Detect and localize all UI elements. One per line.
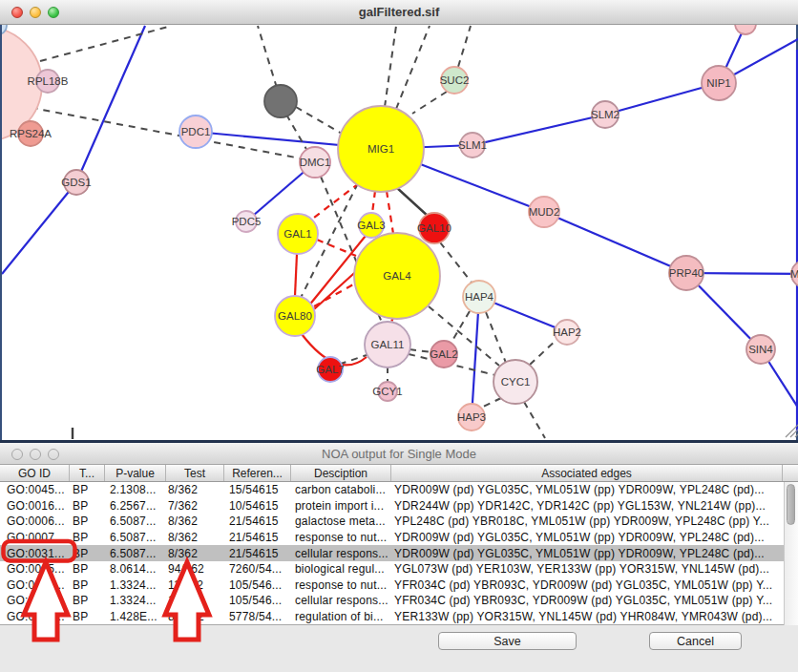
graph-edge-dash[interactable] xyxy=(440,242,472,284)
node-label-GDS1: GDS1 xyxy=(61,177,91,188)
cell-type: BP xyxy=(70,547,105,560)
cell-p_value: 6.2567... xyxy=(105,499,166,513)
graph-edge-dash[interactable] xyxy=(396,26,430,109)
minimize-button[interactable] xyxy=(30,7,41,18)
node-label-HAP3: HAP3 xyxy=(457,411,486,423)
network-window-titlebar[interactable]: galFiltered.sif xyxy=(0,0,798,25)
cell-edges: YFR034C (pd) YBR093C, YDR009W (pd) YGL03… xyxy=(391,594,783,607)
close-button[interactable] xyxy=(11,7,23,18)
table-row[interactable]: GO:0065...BP8.0614...94/3627260/54...bio… xyxy=(0,561,798,578)
node-label-RPL18B: RPL18B xyxy=(28,75,69,87)
zoom-button[interactable] xyxy=(48,7,59,18)
noa-window-titlebar[interactable]: NOA output for Single Mode xyxy=(0,443,798,465)
column-header-reference[interactable]: Referen... xyxy=(224,465,291,481)
cell-description: regulation of bi... xyxy=(291,610,391,623)
cell-reference: 21/54615 xyxy=(224,547,291,560)
cell-description: carbon cataboli... xyxy=(291,483,391,496)
cell-go_id: GO:0031... xyxy=(0,547,70,560)
graph-edge-dash[interactable] xyxy=(410,349,431,352)
cell-test: 8/362 xyxy=(166,483,224,496)
column-header-edges[interactable]: Associated edges xyxy=(391,465,783,481)
cell-description: protein import i... xyxy=(291,499,391,513)
table-row[interactable]: GO:0006...BP6.5087...8/36221/54615galact… xyxy=(0,514,798,530)
column-header-go_id[interactable]: GO ID xyxy=(0,465,70,481)
cell-reference: 21/54615 xyxy=(224,531,291,544)
graph-edge-dash[interactable] xyxy=(296,107,342,134)
table-row[interactable]: GO:0050...BP1.428E...80/3625778/54...reg… xyxy=(0,609,798,625)
button-panel: Save Cancel xyxy=(0,625,798,672)
table-row[interactable]: GO:0016...BP6.2567...7/36210/54615protei… xyxy=(0,498,798,514)
cell-type: BP xyxy=(70,594,105,607)
column-header-type[interactable]: T... xyxy=(70,465,105,481)
graph-edge-dash[interactable] xyxy=(530,340,556,365)
node-label-GAL2: GAL2 xyxy=(430,348,457,360)
node-label-GAL1: GAL1 xyxy=(284,228,311,240)
cell-reference: 105/546... xyxy=(224,594,291,607)
cell-description: galactose meta... xyxy=(291,514,391,528)
cell-reference: 21/54615 xyxy=(224,514,291,528)
graph-edge-reddash[interactable] xyxy=(310,183,359,220)
node-label-DMC1: DMC1 xyxy=(300,157,331,168)
cell-edges: YFR034C (pd) YBR093C, YDR009W (pd) YGL03… xyxy=(391,578,783,592)
graph-edge-dash[interactable] xyxy=(486,312,506,363)
node-label-PDC1: PDC1 xyxy=(181,126,211,137)
node-label-HAP2: HAP2 xyxy=(553,326,581,338)
graph-edge-blue[interactable] xyxy=(472,115,605,145)
graph-edge-blue[interactable] xyxy=(76,26,145,182)
node-label-SUC2: SUC2 xyxy=(440,74,470,86)
graph-edge-dash[interactable] xyxy=(286,115,307,151)
network-canvas[interactable]: RPL18BRPS24AGDS1PDC1DMC1MIG1SUC2SLM1SLM2… xyxy=(0,25,798,440)
cell-type: BP xyxy=(70,514,105,528)
node-label-NIP1: NIP1 xyxy=(706,77,731,89)
cell-reference: 10/54615 xyxy=(224,499,291,513)
cell-type: BP xyxy=(70,483,105,496)
zoom-button-inactive[interactable] xyxy=(48,449,59,460)
graph-edge-blue[interactable] xyxy=(2,182,76,274)
table-row[interactable]: GO:0045...BP2.1308...8/36215/54615carbon… xyxy=(0,482,798,498)
cell-edges: YDR009W (pd) YGL035C, YML051W (pp) YDR00… xyxy=(391,547,783,560)
graph-edge-reddash[interactable] xyxy=(387,191,393,234)
results-table[interactable]: GO:0045...BP2.1308...8/36215/54615carbon… xyxy=(0,482,798,625)
graph-edge-blue[interactable] xyxy=(472,297,479,417)
cell-go_id: GO:0050... xyxy=(0,610,70,623)
table-row[interactable]: GO:0031...BP1.3324...11/362105/546...res… xyxy=(0,578,798,594)
node-label-PDC5: PDC5 xyxy=(232,216,262,227)
node-unlabeled[interactable] xyxy=(264,85,297,117)
table-row[interactable]: GO:0031...BP1.3324...11/362105/546...cel… xyxy=(0,593,798,609)
cell-go_id: GO:0007... xyxy=(0,531,70,544)
scrollbar-thumb[interactable] xyxy=(787,484,795,525)
graph-edge-dash[interactable] xyxy=(258,26,277,88)
graph-edge-dash[interactable] xyxy=(40,26,172,61)
graph-edge-dash[interactable] xyxy=(524,402,545,438)
network-window: RPL18BRPS24AGDS1PDC1DMC1MIG1SUC2SLM1SLM2… xyxy=(0,0,798,440)
graph-edge-dark[interactable] xyxy=(396,187,429,217)
cell-go_id: GO:0045... xyxy=(0,483,70,496)
cell-description: biological regul... xyxy=(291,562,391,576)
node-label-SIN4: SIN4 xyxy=(748,344,773,355)
graph-edge-reddash[interactable] xyxy=(372,191,375,213)
node-unlabeled[interactable] xyxy=(735,25,756,34)
column-header-p_value[interactable]: P-value xyxy=(105,465,166,481)
node-label-MUD2: MUD2 xyxy=(529,206,560,218)
graph-edge-dash[interactable] xyxy=(458,26,471,67)
table-scrollbar[interactable] xyxy=(784,482,798,625)
network-graph[interactable]: RPL18BRPS24AGDS1PDC1DMC1MIG1SUC2SLM1SLM2… xyxy=(2,25,798,440)
table-row[interactable]: GO:0007...BP6.5087...8/36221/54615respon… xyxy=(0,530,798,546)
minimize-button-inactive[interactable] xyxy=(30,449,41,460)
column-header-description[interactable]: Desciption xyxy=(291,465,391,481)
graph-edge-dash[interactable] xyxy=(412,92,447,114)
graph-edge-red[interactable] xyxy=(295,254,297,296)
column-header-test[interactable]: Test xyxy=(166,465,224,481)
save-button[interactable]: Save xyxy=(438,632,577,650)
results-table-header[interactable]: GO IDT...P-valueTestReferen...Desciption… xyxy=(0,465,798,482)
cancel-button[interactable]: Cancel xyxy=(649,632,742,650)
cell-type: BP xyxy=(70,531,105,544)
graph-edge-dash[interactable] xyxy=(479,398,501,409)
graph-edge-dash[interactable] xyxy=(385,26,396,107)
node-label-HAP4: HAP4 xyxy=(465,291,494,303)
close-button-inactive[interactable] xyxy=(11,449,23,460)
graph-edge-blue[interactable] xyxy=(544,212,686,273)
cell-type: BP xyxy=(70,610,105,623)
cell-reference: 7260/54... xyxy=(224,562,291,576)
table-row[interactable]: GO:0031...BP6.5087...8/36221/54615cellul… xyxy=(0,545,798,561)
